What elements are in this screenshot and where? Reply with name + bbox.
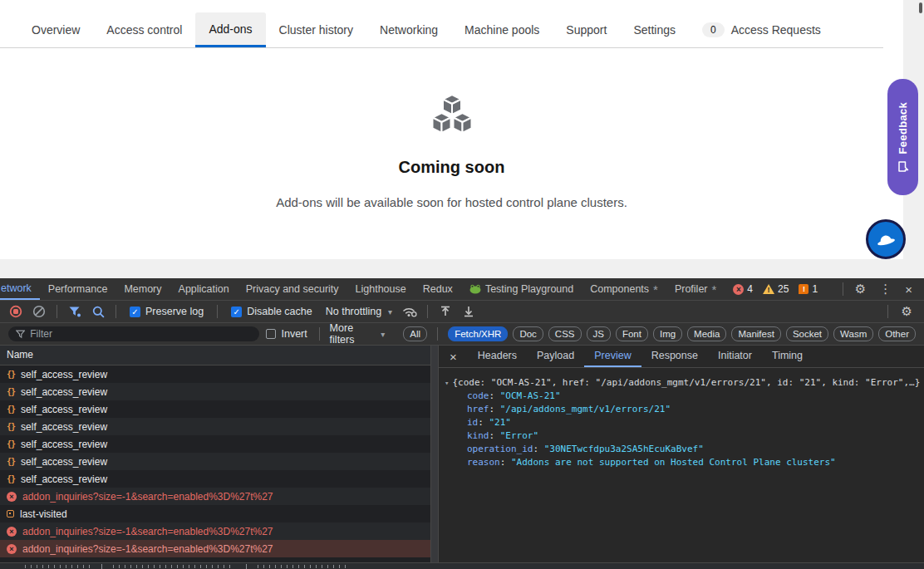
details-tab-initiator[interactable]: Initiator bbox=[708, 346, 762, 367]
chat-widget-button[interactable] bbox=[866, 219, 906, 259]
tab-networking[interactable]: Networking bbox=[366, 12, 451, 47]
chip-js[interactable]: JS bbox=[587, 326, 611, 341]
network-settings-button[interactable]: ⚙ bbox=[895, 304, 919, 319]
chip-fetch-xhr[interactable]: Fetch/XHR bbox=[448, 326, 508, 341]
close-details-button[interactable]: × bbox=[439, 350, 468, 364]
json-icon: {} bbox=[7, 439, 15, 449]
network-request-row[interactable]: {}self_access_review bbox=[0, 453, 438, 470]
checkbox-unchecked-icon bbox=[266, 329, 276, 339]
json-entry: kind: "Error" bbox=[445, 429, 924, 443]
chip-socket[interactable]: Socket bbox=[786, 326, 828, 341]
tab-settings[interactable]: Settings bbox=[620, 12, 689, 47]
disable-cache-checkbox[interactable]: ✓ Disable cache bbox=[231, 306, 312, 317]
export-har-button[interactable] bbox=[458, 302, 479, 321]
devtools-settings-button[interactable]: ⚙ bbox=[848, 282, 872, 297]
request-list-scrollbar[interactable] bbox=[430, 346, 438, 562]
details-tab-preview[interactable]: Preview bbox=[584, 346, 641, 367]
invert-checkbox[interactable]: Invert bbox=[266, 328, 307, 340]
filter-input[interactable] bbox=[30, 328, 252, 340]
chip-other[interactable]: Other bbox=[878, 326, 916, 341]
network-conditions-button[interactable] bbox=[399, 302, 420, 321]
throttling-select[interactable]: No throttling ▾ bbox=[321, 306, 397, 317]
chevron-down-icon: ▾ bbox=[388, 307, 392, 316]
chip-media[interactable]: Media bbox=[687, 326, 726, 341]
details-tab-response[interactable]: Response bbox=[641, 346, 708, 367]
addons-empty-state: Coming soon Add-ons will be available so… bbox=[0, 93, 903, 209]
request-list: {}self_access_review {}self_access_revie… bbox=[0, 365, 438, 562]
network-filter-bar: Invert More filters ▾ All Fetch/XHR Doc … bbox=[0, 323, 924, 346]
devtools-tab-components[interactable]: Components * bbox=[582, 278, 666, 300]
network-request-row-selected[interactable]: ×addon_inquiries?size=-1&search=enabled%… bbox=[0, 540, 438, 557]
page-scrollbar[interactable] bbox=[919, 2, 922, 13]
chip-manifest[interactable]: Manifest bbox=[731, 326, 780, 341]
tab-overview[interactable]: Overview bbox=[18, 12, 93, 47]
network-request-row[interactable]: {}self_access_review bbox=[0, 470, 438, 488]
divider bbox=[437, 327, 438, 341]
more-filters-select[interactable]: More filters ▾ bbox=[325, 322, 391, 346]
devtools-tab-lighthouse[interactable]: Lighthouse bbox=[347, 278, 415, 300]
search-button[interactable] bbox=[87, 302, 109, 321]
error-icon: × bbox=[7, 527, 17, 537]
details-tab-payload[interactable]: Payload bbox=[527, 346, 584, 367]
tab-support[interactable]: Support bbox=[553, 12, 620, 47]
devtools-tab-testing-playground[interactable]: Testing Playground bbox=[461, 278, 582, 300]
warnings-badge[interactable]: ! 25 bbox=[763, 283, 789, 295]
devtools-tab-memory[interactable]: Memory bbox=[116, 278, 170, 300]
clear-button[interactable] bbox=[28, 302, 50, 321]
tab-access-control[interactable]: Access control bbox=[93, 12, 195, 47]
record-button[interactable] bbox=[5, 302, 27, 321]
devtools-tab-performance[interactable]: Performance bbox=[40, 278, 116, 300]
issues-badge[interactable]: ! 1 bbox=[799, 283, 818, 295]
frog-icon bbox=[469, 284, 481, 294]
network-request-row[interactable]: {}self_access_review bbox=[0, 400, 438, 418]
request-details-tab-bar: × Headers Payload Preview Response Initi… bbox=[439, 346, 924, 368]
red-hat-icon bbox=[874, 228, 897, 251]
preserve-log-checkbox[interactable]: ✓ Preserve log bbox=[130, 306, 204, 317]
json-icon: {} bbox=[7, 370, 15, 379]
devtools-tab-redux[interactable]: Redux bbox=[415, 278, 461, 300]
react-icon: * bbox=[712, 279, 717, 300]
network-request-row[interactable]: {}self_access_review bbox=[0, 418, 438, 435]
screen: Overview Access control Add-ons Cluster … bbox=[0, 0, 924, 569]
devtools-tab-privacy[interactable]: Privacy and security bbox=[238, 278, 347, 300]
filter-icon bbox=[16, 330, 25, 339]
network-request-row-error[interactable]: ×addon_inquiries?size=-1&search=enabled%… bbox=[0, 488, 438, 505]
name-column-header[interactable]: Name bbox=[0, 346, 438, 365]
devtools-tab-profiler[interactable]: Profiler * bbox=[666, 278, 725, 300]
chip-font[interactable]: Font bbox=[616, 326, 648, 341]
devtools-tab-network[interactable]: etwork bbox=[0, 278, 40, 300]
react-icon: * bbox=[653, 279, 658, 300]
details-tab-headers[interactable]: Headers bbox=[468, 346, 527, 367]
feedback-label: Feedback bbox=[897, 102, 909, 154]
network-request-row[interactable]: {}self_access_review bbox=[0, 383, 438, 400]
tab-access-requests[interactable]: 0 Access Requests bbox=[689, 12, 834, 47]
tab-add-ons[interactable]: Add-ons bbox=[195, 12, 265, 47]
feedback-button[interactable]: Feedback bbox=[887, 79, 918, 195]
access-requests-count-badge: 0 bbox=[702, 22, 725, 37]
errors-badge[interactable]: × 4 bbox=[733, 283, 753, 295]
network-request-row-error[interactable]: ×addon_inquiries?size=-1&search=enabled%… bbox=[0, 522, 438, 540]
chip-wasm[interactable]: Wasm bbox=[833, 326, 873, 341]
tab-cluster-history[interactable]: Cluster history bbox=[266, 12, 366, 47]
json-root-line[interactable]: ▾{code: "OCM-AS-21", href: "/api/addons_… bbox=[445, 376, 924, 390]
network-request-row[interactable]: last-visited bbox=[0, 505, 438, 522]
chip-css[interactable]: CSS bbox=[548, 326, 582, 341]
network-request-row[interactable]: {}self_access_review bbox=[0, 365, 438, 383]
devtools-close-button[interactable]: × bbox=[898, 282, 919, 297]
tabs-divider bbox=[0, 47, 883, 48]
network-request-row[interactable]: {}self_access_review bbox=[0, 435, 438, 453]
devtools-tab-application[interactable]: Application bbox=[170, 278, 238, 300]
chip-all[interactable]: All bbox=[403, 326, 427, 341]
chip-doc[interactable]: Doc bbox=[513, 326, 543, 341]
chip-img[interactable]: Img bbox=[653, 326, 682, 341]
import-har-button[interactable] bbox=[435, 302, 456, 321]
devtools-menu-button[interactable]: ⋮ bbox=[872, 282, 898, 297]
checkbox-checked-icon: ✓ bbox=[130, 307, 140, 317]
checkbox-checked-icon: ✓ bbox=[231, 307, 242, 317]
request-list-pane: Name {}self_access_review {}self_access_… bbox=[0, 346, 439, 562]
details-tab-timing[interactable]: Timing bbox=[762, 346, 813, 367]
json-icon: {} bbox=[7, 457, 15, 466]
tab-machine-pools[interactable]: Machine pools bbox=[451, 12, 553, 47]
error-icon: × bbox=[733, 284, 744, 295]
filter-toggle-button[interactable] bbox=[64, 302, 86, 321]
